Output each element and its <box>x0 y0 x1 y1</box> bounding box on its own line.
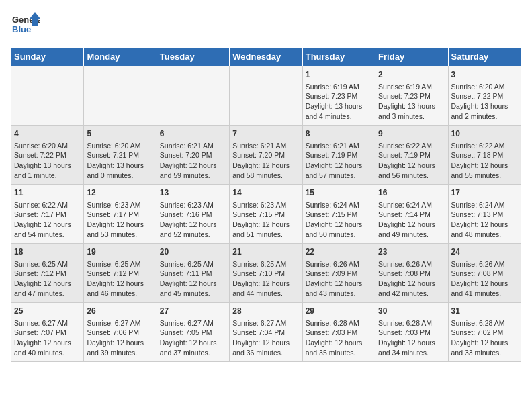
day-info-line: and 37 minutes. <box>160 348 226 358</box>
calendar-cell: 24Sunrise: 6:26 AMSunset: 7:08 PMDayligh… <box>448 244 521 303</box>
day-info-line: and 53 minutes. <box>87 230 153 240</box>
day-info-line: Sunset: 7:03 PM <box>306 328 372 338</box>
calendar-cell <box>11 66 84 126</box>
day-info-line: Sunrise: 6:21 AM <box>232 141 299 151</box>
calendar-cell: 10Sunrise: 6:22 AMSunset: 7:18 PMDayligh… <box>448 126 521 185</box>
calendar-cell: 14Sunrise: 6:23 AMSunset: 7:15 PMDayligh… <box>230 185 302 244</box>
day-info-line: Sunrise: 6:26 AM <box>306 259 372 269</box>
day-info-line: Sunset: 7:14 PM <box>378 210 445 220</box>
day-info-line: Sunset: 7:22 PM <box>451 91 518 101</box>
calendar-cell: 21Sunrise: 6:25 AMSunset: 7:10 PMDayligh… <box>230 244 302 303</box>
day-info-line: Sunset: 7:06 PM <box>87 328 153 338</box>
day-info-line: and 0 minutes. <box>87 171 153 181</box>
day-info-line: and 42 minutes. <box>378 289 445 299</box>
day-info-line: and 2 minutes. <box>451 111 518 122</box>
day-info-line: Sunrise: 6:25 AM <box>160 259 226 269</box>
day-info-line: Daylight: 12 hours <box>451 338 518 348</box>
calendar-cell: 16Sunrise: 6:24 AMSunset: 7:14 PMDayligh… <box>375 185 448 244</box>
day-info-line: Sunset: 7:23 PM <box>306 91 372 101</box>
day-info-line: Daylight: 13 hours <box>306 101 372 111</box>
day-info-line: Sunset: 7:09 PM <box>306 269 372 279</box>
day-info-line: Sunset: 7:08 PM <box>378 269 445 279</box>
day-info-line: Sunset: 7:22 PM <box>14 150 81 161</box>
day-info-line: Daylight: 12 hours <box>87 338 153 348</box>
day-info-line: Daylight: 12 hours <box>87 279 153 289</box>
day-number: 5 <box>87 128 153 140</box>
day-info-line: and 58 minutes. <box>232 171 299 181</box>
day-info-line: and 46 minutes. <box>87 289 153 299</box>
day-info-line: and 51 minutes. <box>232 230 299 240</box>
day-number: 28 <box>232 306 299 317</box>
day-info-line: Sunset: 7:16 PM <box>160 210 226 220</box>
days-header-row: SundayMondayTuesdayWednesdayThursdayFrid… <box>11 48 521 66</box>
day-info-line: Sunrise: 6:24 AM <box>306 200 372 210</box>
day-number: 1 <box>306 69 372 81</box>
day-info-line: Sunrise: 6:28 AM <box>306 318 372 328</box>
day-info-line: Sunrise: 6:19 AM <box>306 82 372 92</box>
day-info-line: and 47 minutes. <box>14 289 81 299</box>
day-info-line: Sunrise: 6:27 AM <box>160 318 226 328</box>
day-info-line: Sunrise: 6:24 AM <box>451 200 518 210</box>
day-header-wednesday: Wednesday <box>230 48 302 66</box>
day-info-line: and 41 minutes. <box>451 289 518 299</box>
day-info-line: Sunrise: 6:23 AM <box>232 200 299 210</box>
day-info-line: Daylight: 12 hours <box>451 279 518 289</box>
day-number: 13 <box>160 187 226 199</box>
day-info-line: Daylight: 12 hours <box>451 220 518 230</box>
day-info-line: and 1 minute. <box>14 171 81 181</box>
day-header-sunday: Sunday <box>11 48 84 66</box>
day-info-line: and 52 minutes. <box>160 230 226 240</box>
day-info-line: and 39 minutes. <box>87 348 153 358</box>
day-number: 21 <box>232 246 299 258</box>
day-number: 26 <box>87 306 153 317</box>
day-info-line: Sunset: 7:18 PM <box>451 150 518 161</box>
day-info-line: Daylight: 12 hours <box>232 161 299 171</box>
day-info-line: Sunset: 7:17 PM <box>14 210 81 220</box>
day-info-line: and 44 minutes. <box>232 289 299 299</box>
calendar-cell: 8Sunrise: 6:21 AMSunset: 7:19 PMDaylight… <box>302 126 375 185</box>
day-info-line: Sunrise: 6:22 AM <box>14 200 81 210</box>
day-info-line: Daylight: 12 hours <box>306 338 372 348</box>
day-info-line: Sunset: 7:20 PM <box>160 150 226 161</box>
day-info-line: and 50 minutes. <box>306 230 372 240</box>
day-info-line: and 45 minutes. <box>160 289 226 299</box>
day-info-line: Sunset: 7:10 PM <box>232 269 299 279</box>
calendar-cell: 23Sunrise: 6:26 AMSunset: 7:08 PMDayligh… <box>375 244 448 303</box>
week-row-3: 11Sunrise: 6:22 AMSunset: 7:17 PMDayligh… <box>11 185 521 244</box>
calendar-cell: 5Sunrise: 6:20 AMSunset: 7:21 PMDaylight… <box>84 126 157 185</box>
day-info-line: and 59 minutes. <box>160 171 226 181</box>
day-number: 18 <box>14 246 81 258</box>
day-info-line: Sunrise: 6:25 AM <box>14 259 81 269</box>
day-header-saturday: Saturday <box>448 48 521 66</box>
day-info-line: Daylight: 12 hours <box>232 279 299 289</box>
day-header-monday: Monday <box>84 48 157 66</box>
week-row-4: 18Sunrise: 6:25 AMSunset: 7:12 PMDayligh… <box>11 244 521 303</box>
calendar-cell <box>157 66 229 126</box>
day-number: 31 <box>451 306 518 317</box>
day-info-line: Sunrise: 6:19 AM <box>378 82 445 92</box>
day-header-friday: Friday <box>375 48 448 66</box>
calendar-cell: 2Sunrise: 6:19 AMSunset: 7:23 PMDaylight… <box>375 66 448 126</box>
calendar-cell: 11Sunrise: 6:22 AMSunset: 7:17 PMDayligh… <box>11 185 84 244</box>
day-info-line: and 43 minutes. <box>306 289 372 299</box>
calendar-cell: 15Sunrise: 6:24 AMSunset: 7:15 PMDayligh… <box>302 185 375 244</box>
day-info-line: Sunset: 7:04 PM <box>232 328 299 338</box>
day-info-line: Daylight: 12 hours <box>14 338 81 348</box>
calendar-cell: 9Sunrise: 6:22 AMSunset: 7:19 PMDaylight… <box>375 126 448 185</box>
day-info-line: Sunrise: 6:20 AM <box>87 141 153 151</box>
logo-svg: General Blue <box>11 11 40 43</box>
day-info-line: Sunrise: 6:25 AM <box>87 259 153 269</box>
calendar-cell: 7Sunrise: 6:21 AMSunset: 7:20 PMDaylight… <box>230 126 302 185</box>
day-number: 11 <box>14 187 81 199</box>
day-info-line: Sunrise: 6:26 AM <box>378 259 445 269</box>
day-info-line: Sunset: 7:03 PM <box>378 328 445 338</box>
day-info-line: Daylight: 12 hours <box>87 220 153 230</box>
day-info-line: Daylight: 12 hours <box>160 220 226 230</box>
week-row-5: 25Sunrise: 6:27 AMSunset: 7:07 PMDayligh… <box>11 303 521 362</box>
day-info-line: Sunrise: 6:22 AM <box>378 141 445 151</box>
day-info-line: Daylight: 12 hours <box>306 279 372 289</box>
calendar-cell: 3Sunrise: 6:20 AMSunset: 7:22 PMDaylight… <box>448 66 521 126</box>
day-info-line: Sunrise: 6:23 AM <box>87 200 153 210</box>
day-info-line: Sunset: 7:19 PM <box>378 150 445 161</box>
day-info-line: Sunrise: 6:20 AM <box>451 82 518 92</box>
